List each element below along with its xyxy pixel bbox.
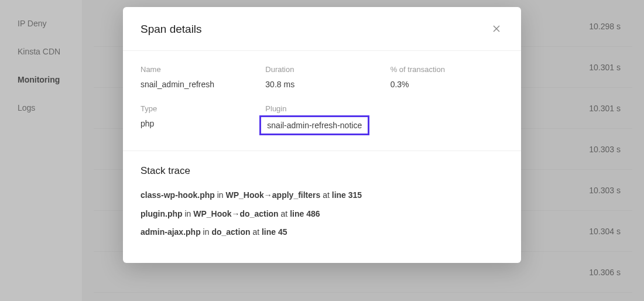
trace-func: WP_Hook→do_action — [193, 209, 278, 218]
field-label: % of transaction — [390, 65, 503, 74]
field-duration: Duration 30.8 ms — [265, 65, 378, 89]
trace-file: class-wp-hook.php — [141, 190, 215, 200]
trace-file: admin-ajax.php — [141, 227, 201, 237]
field-label: Name — [141, 65, 254, 74]
field-name: Name snail_admin_refresh — [141, 65, 254, 89]
field-value: 0.3% — [390, 80, 503, 89]
trace-file: plugin.php — [141, 209, 183, 218]
trace-at: at — [279, 209, 290, 218]
plugin-highlight: snail-admin-refresh-notice — [259, 115, 369, 135]
field-value: snail-admin-refresh-notice — [265, 119, 378, 135]
trace-in: in — [183, 209, 194, 218]
modal-overlay[interactable]: Span details Name snail_admin_refresh Du… — [0, 0, 644, 301]
stack-trace-line: class-wp-hook.php in WP_Hook→apply_filte… — [141, 190, 503, 201]
field-label: Type — [141, 104, 254, 113]
trace-in: in — [201, 227, 212, 237]
close-icon — [493, 24, 500, 35]
trace-lineno: line 315 — [332, 190, 362, 200]
trace-func: do_action — [211, 227, 250, 237]
field-plugin: Plugin snail-admin-refresh-notice — [265, 104, 378, 135]
trace-lineno: line 486 — [290, 209, 320, 218]
trace-at: at — [251, 227, 262, 237]
close-button[interactable] — [489, 22, 503, 36]
trace-lineno: line 45 — [262, 227, 287, 237]
divider — [123, 150, 521, 151]
modal-title: Span details — [141, 23, 202, 36]
trace-in: in — [215, 190, 226, 200]
trace-func: WP_Hook→apply_filters — [225, 190, 320, 200]
span-fields-grid: Name snail_admin_refresh Duration 30.8 m… — [141, 65, 503, 135]
field-type: Type php — [141, 104, 254, 135]
stack-trace-line: admin-ajax.php in do_action at line 45 — [141, 227, 503, 238]
field-value: php — [141, 119, 254, 128]
field-value: 30.8 ms — [265, 80, 378, 89]
span-details-modal: Span details Name snail_admin_refresh Du… — [123, 7, 521, 263]
field-label: Duration — [265, 65, 378, 74]
trace-at: at — [320, 190, 331, 200]
stack-trace-line: plugin.php in WP_Hook→do_action at line … — [141, 208, 503, 220]
field-percent: % of transaction 0.3% — [390, 65, 503, 89]
field-label: Plugin — [265, 104, 378, 113]
stack-trace-title: Stack trace — [141, 165, 503, 177]
field-value: snail_admin_refresh — [141, 80, 254, 89]
modal-header: Span details — [123, 7, 521, 51]
modal-body: Name snail_admin_refresh Duration 30.8 m… — [123, 51, 521, 263]
